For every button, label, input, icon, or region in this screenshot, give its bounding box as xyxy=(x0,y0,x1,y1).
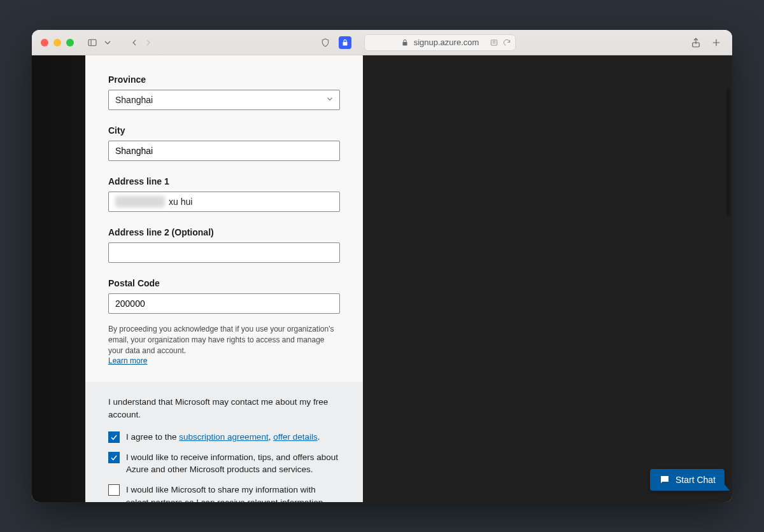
reload-icon[interactable] xyxy=(502,38,511,47)
chat-icon xyxy=(659,474,670,486)
postal-label: Postal Code xyxy=(108,278,340,288)
subscription-agreement-link[interactable]: subscription agreement xyxy=(179,432,268,442)
city-input[interactable] xyxy=(108,141,340,161)
url-text: signup.azure.com xyxy=(414,38,479,47)
consent-intro: I understand that Microsoft may contact … xyxy=(108,396,340,421)
url-bar[interactable]: signup.azure.com xyxy=(364,34,516,51)
share-button[interactable] xyxy=(689,36,703,50)
marketing-checkbox[interactable] xyxy=(108,452,120,463)
tab-group-menu[interactable] xyxy=(101,36,115,50)
consent-section: I understand that Microsoft may contact … xyxy=(85,382,363,502)
address2-label: Address line 2 (Optional) xyxy=(108,227,340,237)
address2-input-field[interactable] xyxy=(115,243,333,262)
new-tab-button[interactable] xyxy=(709,36,723,50)
browser-chrome: signup.azure.com xyxy=(32,30,732,55)
address2-input[interactable] xyxy=(108,242,340,263)
fullscreen-window-button[interactable] xyxy=(66,39,74,46)
province-select[interactable]: Shanghai xyxy=(108,90,340,110)
address1-input[interactable]: xu hui xyxy=(108,192,340,212)
nav-back-button[interactable] xyxy=(127,36,141,50)
check-icon xyxy=(110,453,118,462)
window-controls xyxy=(41,39,74,46)
nav-forward-button[interactable] xyxy=(141,36,155,50)
start-chat-label: Start Chat xyxy=(676,475,716,485)
privacy-shield-icon[interactable] xyxy=(318,36,332,50)
minimize-window-button[interactable] xyxy=(53,39,61,46)
browser-window: signup.azure.com Province Shanghai xyxy=(32,30,732,502)
offer-details-link[interactable]: offer details xyxy=(273,432,318,442)
learn-more-link[interactable]: Learn more xyxy=(108,356,147,365)
chevron-down-icon xyxy=(325,95,334,106)
address1-label: Address line 1 xyxy=(108,176,340,186)
close-window-button[interactable] xyxy=(41,39,48,46)
svg-rect-2 xyxy=(491,39,497,45)
org-email-disclaimer: By proceeding you acknowledge that if yo… xyxy=(108,324,340,367)
province-value: Shanghai xyxy=(115,95,153,105)
partner-share-label: I would like Microsoft to share my infor… xyxy=(126,484,340,502)
check-icon xyxy=(110,433,118,442)
background-left xyxy=(32,55,85,502)
lock-icon xyxy=(401,39,409,46)
marketing-label: I would like to receive information, tip… xyxy=(126,451,340,476)
background-right xyxy=(363,55,732,502)
start-chat-button[interactable]: Start Chat xyxy=(650,469,725,491)
province-label: Province xyxy=(108,74,340,85)
agree-checkbox[interactable] xyxy=(108,431,120,443)
city-label: City xyxy=(108,125,340,136)
address1-visible-text: xu hui xyxy=(169,197,192,207)
postal-input[interactable] xyxy=(108,293,340,314)
signup-form-panel: Province Shanghai City Address line 1 xyxy=(85,55,363,502)
redacted-text xyxy=(115,196,165,207)
city-input-field[interactable] xyxy=(115,141,333,160)
postal-input-field[interactable] xyxy=(115,294,333,313)
password-manager-icon[interactable] xyxy=(339,36,351,49)
scrollbar-thumb[interactable] xyxy=(726,88,730,216)
sidebar-toggle-button[interactable] xyxy=(85,36,99,50)
svg-rect-0 xyxy=(88,39,96,45)
reader-icon[interactable] xyxy=(490,38,499,47)
partner-share-checkbox[interactable] xyxy=(108,484,120,496)
page-viewport: Province Shanghai City Address line 1 xyxy=(32,55,732,502)
agree-label: I agree to the subscription agreement, o… xyxy=(126,431,320,444)
